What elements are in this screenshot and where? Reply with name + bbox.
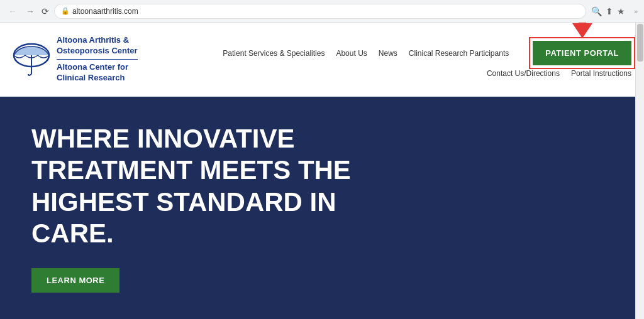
logo-line4: Clinical Research — [57, 73, 125, 82]
logo-line3: Altoona Center for — [57, 62, 128, 72]
site-header: Altoona Arthritis & Osteoporosis Center … — [0, 23, 644, 97]
scrollbar-track[interactable] — [635, 23, 644, 319]
patient-portal-wrapper: PATIENT PORTAL — [533, 41, 631, 65]
svg-marker-2 — [572, 23, 592, 38]
logo-line1: Altoona Arthritis & — [57, 35, 129, 45]
hero-section: WHERE INNOVATIVE TREATMENT MEETS THE HIG… — [0, 97, 644, 319]
nav-clinical-research[interactable]: Clinical Research Participants — [409, 49, 509, 58]
patient-portal-button[interactable]: PATIENT PORTAL — [533, 41, 631, 65]
logo-text: Altoona Arthritis & Osteoporosis Center … — [57, 35, 138, 84]
nav-patient-services[interactable]: Patient Services & Specialities — [223, 49, 325, 58]
learn-more-button[interactable]: LEARN MORE — [31, 268, 119, 293]
nav-news[interactable]: News — [379, 49, 397, 58]
browser-actions: 🔍 ⬆ ★ — [591, 6, 625, 16]
arrow-indicator — [570, 23, 595, 41]
nav-bottom: Contact Us/Directions Portal Instruction… — [487, 69, 631, 78]
extend-label: » — [634, 8, 638, 15]
url-text: altoonaarthritis.com — [72, 7, 138, 16]
address-bar[interactable]: 🔒 altoonaarthritis.com — [54, 4, 586, 19]
nav-about-us[interactable]: About Us — [336, 49, 367, 58]
bookmark-button[interactable]: ★ — [617, 6, 625, 16]
search-button[interactable]: 🔍 — [591, 6, 602, 16]
back-button[interactable]: ← — [6, 5, 19, 18]
nav-area: Patient Services & Specialities About Us… — [223, 41, 631, 78]
reload-button[interactable]: ⟳ — [42, 6, 49, 16]
logo-area: Altoona Arthritis & Osteoporosis Center … — [13, 35, 138, 84]
logo-line2: Osteoporosis Center — [57, 46, 138, 55]
forward-button[interactable]: → — [24, 5, 36, 18]
browser-chrome: ← → ⟳ 🔒 altoonaarthritis.com 🔍 ⬆ ★ » — [0, 0, 644, 23]
share-button[interactable]: ⬆ — [606, 6, 613, 16]
nav-portal-instructions[interactable]: Portal Instructions — [571, 69, 631, 78]
logo-icon — [13, 38, 50, 82]
nav-top: Patient Services & Specialities About Us… — [223, 41, 631, 65]
lock-icon: 🔒 — [61, 7, 70, 15]
scrollbar-thumb — [637, 24, 643, 62]
nav-contact-us[interactable]: Contact Us/Directions — [487, 69, 560, 78]
page-wrapper: Altoona Arthritis & Osteoporosis Center … — [0, 23, 644, 319]
hero-title: WHERE INNOVATIVE TREATMENT MEETS THE HIG… — [31, 123, 396, 250]
